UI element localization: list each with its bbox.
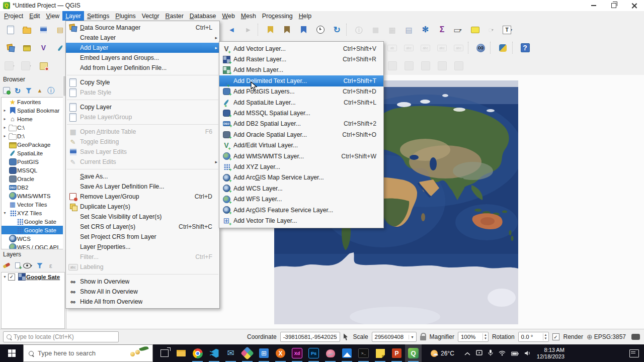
menu-item-show-all-in-overview[interactable]: ∞Show All in Overview: [66, 287, 219, 297]
browser-item-postgis[interactable]: PostGIS: [2, 157, 64, 166]
zoom-next-button[interactable]: ►: [241, 22, 256, 37]
menu-item-paste-style[interactable]: Paste Style: [66, 87, 219, 98]
menu-item-add-spatialite-layer[interactable]: Add SpatiaLite Layer...Ctrl+Shift+L: [219, 97, 383, 108]
open-project-button[interactable]: [20, 22, 35, 37]
menu-item-copy-layer[interactable]: Copy Layer: [66, 102, 219, 112]
menubar-item-processing[interactable]: Processing: [259, 11, 296, 21]
menubar-item-project[interactable]: Project: [1, 11, 26, 21]
menu-item-add-xyz-layer[interactable]: Add XYZ Layer...: [219, 161, 383, 172]
messages-icon[interactable]: [631, 334, 640, 340]
browser-item-vector-tiles[interactable]: ▦Vector Tiles: [2, 200, 64, 209]
menu-item-set-project-crs-from-layer[interactable]: Set Project CRS from Layer: [66, 232, 219, 242]
photos-taskbar-button[interactable]: [339, 344, 355, 362]
browser-item-xyz-tiles[interactable]: ▾XYZ Tiles: [2, 209, 64, 217]
menu-item-layer-properties[interactable]: Layer Properties...: [66, 242, 219, 252]
label-change-button[interactable]: abc: [451, 40, 466, 55]
zoom-last-button[interactable]: ◄: [224, 22, 239, 37]
browser-item-spatial-bookmar[interactable]: ▸Spatial Bookmar: [2, 106, 64, 115]
menubar-item-plugins[interactable]: Plugins: [112, 11, 138, 21]
new-annotation-button[interactable]: ◌▾: [485, 22, 500, 37]
text-annotation-button[interactable]: T▾: [501, 22, 516, 37]
microphone-icon[interactable]: [488, 349, 493, 358]
new-shapefile-layer-button[interactable]: V: [36, 40, 51, 55]
menu-item-add-postgis-layers[interactable]: Add PostGIS Layers...Ctrl+Shift+D: [219, 86, 383, 97]
volume-icon[interactable]: [524, 349, 531, 358]
delete-selected-button[interactable]: [418, 58, 433, 73]
taskbar-clock[interactable]: 8:13 AM 12/18/2023: [537, 347, 565, 359]
label-pin-button[interactable]: ab: [385, 40, 400, 55]
menu-item-duplicate-layer-s[interactable]: Duplicate Layer(s): [66, 202, 219, 212]
select-rectangle-button[interactable]: ▾: [3, 58, 18, 73]
expander-icon[interactable]: ▾: [2, 211, 8, 215]
menu-item-hide-all-from-overview[interactable]: ∞Hide All from Overview: [66, 297, 219, 307]
layer-item-google-sate[interactable]: ▾Google Sate: [2, 273, 64, 281]
menubar-item-layer[interactable]: Layer: [62, 11, 84, 21]
weather-widget[interactable]: 26°C: [431, 350, 454, 357]
browser-item-home[interactable]: ▸⌂Home: [2, 115, 64, 123]
coordinate-input[interactable]: -39810581,-9542025: [280, 332, 340, 342]
menu-item-save-as-layer-definition-file[interactable]: Save As Layer Definition File...: [66, 182, 219, 192]
menubar-item-help[interactable]: Help: [296, 11, 314, 21]
menu-item-add-from-layer-definition-file[interactable]: Add from Layer Definition File...: [66, 63, 219, 73]
temporal-controller-button[interactable]: [313, 22, 328, 37]
new-project-button[interactable]: [3, 22, 18, 37]
menubar-item-vector[interactable]: Vector: [139, 11, 163, 21]
xampp-taskbar-button[interactable]: X: [272, 344, 289, 362]
menu-item-add-arcgis-feature-service-layer[interactable]: Add ArcGIS Feature Service Layer...: [219, 205, 383, 215]
menu-item-show-in-overview[interactable]: ∞Show in Overview: [66, 277, 219, 287]
chrome-taskbar-button[interactable]: [189, 344, 206, 362]
close-button[interactable]: [624, 0, 644, 11]
menu-item-add-oracle-spatial-layer[interactable]: Add Oracle Spatial Layer...Ctrl+Shift+O: [219, 129, 383, 140]
browser-item-wcs[interactable]: WCS: [2, 234, 64, 243]
wifi-icon[interactable]: [499, 349, 506, 358]
magnifier-spinner[interactable]: 100%▲▼: [458, 332, 489, 342]
refresh-map-button[interactable]: ↻: [330, 22, 345, 37]
browser-item-c[interactable]: ▸C:\: [2, 123, 64, 132]
menu-item-set-scale-visibility-of-layer-s[interactable]: Set Scale Visibility of Layer(s): [66, 212, 219, 222]
metasearch-button[interactable]: ∞: [473, 40, 489, 55]
expander-icon[interactable]: ▸: [2, 117, 8, 121]
adobe-xd-taskbar-button[interactable]: Xd: [289, 344, 305, 362]
menubar-item-raster[interactable]: Raster: [163, 11, 187, 21]
menu-item-copy-style[interactable]: Copy Style: [66, 77, 219, 87]
filter-browser-button[interactable]: [23, 85, 34, 96]
browser-item-geopackage[interactable]: GeoPackage: [2, 140, 64, 149]
label-move-button[interactable]: abc: [418, 40, 433, 55]
browser-item-oracle[interactable]: Oracle: [2, 174, 64, 183]
python-console-button[interactable]: [496, 40, 511, 55]
new-spatial-bookmark-button[interactable]: [263, 22, 278, 37]
menu-item-add-edit-virtual-layer[interactable]: VAdd/Edit Virtual Layer...: [219, 140, 383, 151]
ms-store-taskbar-button[interactable]: ⊞: [256, 344, 272, 362]
tray-chevron-icon[interactable]: [464, 349, 470, 358]
render-checkbox[interactable]: Render: [552, 333, 583, 340]
scale-select[interactable]: 295609408▾: [372, 332, 417, 342]
expander-icon[interactable]: ▾: [2, 275, 8, 279]
qgis-taskbar-button[interactable]: Q: [405, 344, 422, 362]
label-rotate-button[interactable]: abc: [435, 40, 450, 55]
start-button[interactable]: [0, 344, 23, 362]
maps-taskbar-button[interactable]: [239, 344, 256, 362]
powerpoint-taskbar-button[interactable]: P: [388, 344, 405, 362]
file-explorer-taskbar-button[interactable]: [173, 344, 189, 362]
sticky-notes-taskbar-button[interactable]: [372, 344, 388, 362]
browser-properties-button[interactable]: ⓘ: [45, 85, 56, 96]
measure-line-button[interactable]: ▭▾: [451, 22, 466, 37]
save-project-button[interactable]: [36, 22, 51, 37]
terminal-taskbar-button[interactable]: >_: [355, 344, 372, 362]
browser-item-favorites[interactable]: ★Favorites: [2, 98, 64, 106]
browser-item-db2[interactable]: DB2DB2: [2, 183, 64, 192]
statistical-summary-button[interactable]: ▤: [401, 22, 417, 37]
battery-icon[interactable]: [511, 349, 519, 358]
menubar-item-web[interactable]: Web: [219, 11, 237, 21]
menu-item-add-wms-wmts-layer[interactable]: Add WMS/WMTS Layer...Ctrl+Shift+W: [219, 151, 383, 161]
menu-item-filter[interactable]: Filter...Ctrl+F: [66, 252, 219, 262]
browser-item-google-sate[interactable]: Google Sate: [2, 226, 64, 234]
menu-item-open-attribute-table[interactable]: ▦Open Attribute TableF6: [66, 127, 219, 137]
add-selected-layers-button[interactable]: [1, 85, 12, 96]
menubar-item-edit[interactable]: Edit: [26, 11, 43, 21]
new-map-view-button[interactable]: [296, 22, 311, 37]
layer-visibility-checkbox[interactable]: [8, 274, 15, 281]
crs-status-button[interactable]: ⊕EPSG:3857: [587, 333, 626, 341]
expander-icon[interactable]: ▸: [2, 125, 8, 130]
help-contents-button[interactable]: ?: [518, 40, 533, 55]
